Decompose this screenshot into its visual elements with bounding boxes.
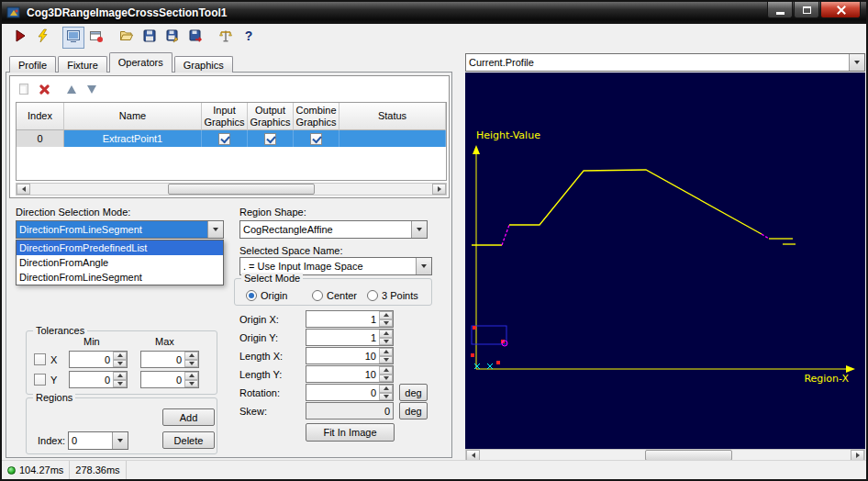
tab-fixture[interactable]: Fixture bbox=[58, 56, 107, 73]
tolerance-x-max-input[interactable]: 0 bbox=[140, 351, 199, 368]
floppy-icon bbox=[142, 28, 157, 47]
space-name-dropdown-button[interactable] bbox=[416, 258, 431, 274]
tolerance-y-checkbox[interactable] bbox=[34, 374, 46, 386]
image-display-button[interactable] bbox=[62, 27, 84, 49]
operator-list-toolbar bbox=[14, 78, 102, 100]
spin-down-button[interactable] bbox=[379, 338, 393, 346]
spin-down-button[interactable] bbox=[379, 319, 393, 328]
move-down-button[interactable] bbox=[82, 79, 102, 99]
combine-graphics-checkbox[interactable] bbox=[310, 133, 322, 145]
export-button[interactable] bbox=[184, 27, 206, 49]
help-button[interactable]: ? bbox=[238, 27, 260, 49]
origin-x-input[interactable]: 1 bbox=[306, 310, 394, 328]
window-title: Cog3DRangeImageCrossSectionTool1 bbox=[27, 6, 227, 19]
run-button[interactable] bbox=[9, 27, 31, 49]
radio-origin[interactable] bbox=[246, 290, 257, 301]
image-display-icon bbox=[66, 28, 81, 47]
tolerance-x-checkbox[interactable] bbox=[34, 353, 46, 365]
grid-hscrollbar[interactable] bbox=[16, 183, 447, 196]
spin-up-button[interactable] bbox=[379, 330, 393, 338]
tab-operators[interactable]: Operators bbox=[109, 52, 172, 73]
col-combine-graphics: Combine Graphics bbox=[294, 103, 339, 130]
radio-center-label: Center bbox=[327, 290, 357, 301]
delete-icon bbox=[39, 84, 50, 95]
new-image-window-button[interactable] bbox=[85, 27, 107, 49]
profile-selector-combo[interactable]: Current.Profile bbox=[465, 53, 865, 72]
minimize-button[interactable] bbox=[767, 2, 793, 18]
close-button[interactable] bbox=[820, 2, 861, 18]
down-arrow-icon bbox=[87, 85, 96, 94]
fit-in-image-button[interactable]: Fit In Image bbox=[306, 423, 395, 442]
length-y-input[interactable]: 10 bbox=[306, 365, 394, 383]
spin-up-button[interactable] bbox=[113, 352, 127, 360]
droplist-item-line-segment[interactable]: DirectionFromLineSegment bbox=[17, 270, 223, 285]
y-axis-label: Height-Value bbox=[476, 129, 540, 141]
region-index-dropdown-button[interactable] bbox=[112, 432, 128, 449]
droplist-item-angle[interactable]: DirectionFromAngle bbox=[17, 255, 223, 270]
spin-up-button[interactable] bbox=[379, 366, 393, 375]
x-axis-label: Region-X bbox=[804, 373, 849, 385]
delete-operator-button[interactable] bbox=[34, 79, 54, 99]
tab-graphics[interactable]: Graphics bbox=[174, 56, 233, 73]
live-run-button[interactable] bbox=[32, 27, 54, 49]
spin-down-button[interactable] bbox=[184, 360, 198, 368]
status-section-total: 278.36ms bbox=[70, 461, 126, 479]
region-shape-label: Region Shape: bbox=[239, 207, 306, 218]
rotation-value: 0 bbox=[306, 385, 379, 400]
origin-y-value: 1 bbox=[306, 330, 379, 345]
scroll-track[interactable] bbox=[30, 184, 432, 195]
spin-up-button[interactable] bbox=[379, 385, 393, 393]
radio-center[interactable] bbox=[312, 290, 323, 301]
input-graphics-checkbox[interactable] bbox=[218, 133, 230, 145]
rotation-input[interactable]: 0 bbox=[306, 384, 394, 401]
skew-deg-button[interactable]: deg bbox=[399, 402, 428, 419]
region-index-combo[interactable]: 0 bbox=[68, 431, 128, 450]
tolerance-y-min-input[interactable]: 0 bbox=[69, 371, 128, 388]
scroll-right-button[interactable] bbox=[432, 184, 446, 195]
scroll-thumb[interactable] bbox=[168, 184, 315, 195]
save-as-button[interactable] bbox=[161, 27, 184, 49]
delete-region-button[interactable]: Delete bbox=[162, 431, 215, 449]
origin-y-input[interactable]: 1 bbox=[306, 329, 394, 346]
region-shape-combo[interactable]: CogRectangleAffine bbox=[239, 220, 428, 239]
panel-splitter[interactable] bbox=[453, 52, 465, 462]
spin-down-button[interactable] bbox=[184, 380, 198, 388]
tolerance-x-min-input[interactable]: 0 bbox=[69, 351, 128, 368]
spin-up-button[interactable] bbox=[184, 352, 198, 360]
length-x-value: 10 bbox=[306, 348, 379, 364]
rotation-deg-button[interactable]: deg bbox=[399, 384, 428, 401]
open-file-button[interactable] bbox=[116, 27, 138, 49]
maximize-button[interactable] bbox=[794, 2, 819, 18]
radio-3points[interactable] bbox=[367, 290, 378, 301]
spin-up-button[interactable] bbox=[113, 372, 127, 380]
length-y-spinner bbox=[379, 366, 393, 382]
droplist-item-predefined-list[interactable]: DirectionFromPredefinedList bbox=[17, 240, 223, 255]
direction-mode-combo[interactable]: DirectionFromLineSegment bbox=[16, 220, 224, 239]
spin-down-button[interactable] bbox=[379, 375, 393, 383]
table-row[interactable]: 0 ExtractPoint1 bbox=[17, 130, 446, 147]
col-index: Index bbox=[17, 103, 64, 130]
length-x-input[interactable]: 10 bbox=[306, 347, 394, 364]
add-region-button[interactable]: Add bbox=[162, 408, 215, 426]
tab-profile[interactable]: Profile bbox=[9, 56, 56, 73]
region-shape-dropdown-button[interactable] bbox=[411, 221, 427, 238]
save-button[interactable] bbox=[139, 27, 161, 49]
measure-button[interactable] bbox=[215, 27, 237, 49]
spin-down-button[interactable] bbox=[113, 380, 127, 388]
spin-down-button[interactable] bbox=[113, 360, 127, 368]
spin-up-button[interactable] bbox=[379, 348, 393, 356]
output-graphics-checkbox[interactable] bbox=[264, 133, 276, 145]
move-up-button[interactable] bbox=[61, 79, 82, 99]
scroll-left-button[interactable] bbox=[17, 184, 30, 195]
add-operator-button[interactable] bbox=[14, 79, 34, 99]
spin-up-button[interactable] bbox=[184, 372, 198, 380]
profile-selector-dropdown-button[interactable] bbox=[849, 54, 864, 71]
cell-name: ExtractPoint1 bbox=[64, 130, 202, 147]
spin-down-button[interactable] bbox=[379, 393, 393, 401]
spin-down-button[interactable] bbox=[379, 356, 393, 364]
direction-dropdown-button[interactable] bbox=[207, 221, 223, 238]
app-window: Cog3DRangeImageCrossSectionTool1 ? Profi… bbox=[0, 0, 868, 481]
profile-display[interactable]: Height-Value Region-X bbox=[465, 73, 865, 449]
tolerance-y-max-input[interactable]: 0 bbox=[140, 371, 199, 388]
spin-up-button[interactable] bbox=[379, 311, 393, 319]
